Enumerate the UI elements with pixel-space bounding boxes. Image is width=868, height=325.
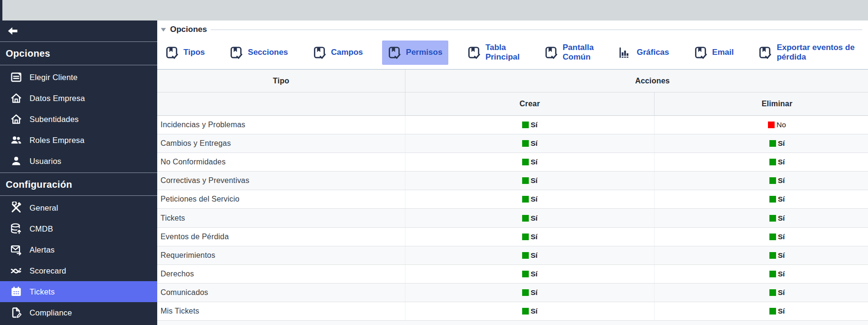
sidebar-item-label: Tickets — [30, 287, 55, 296]
sidebar-item-scorecard[interactable]: Scorecard — [0, 260, 157, 281]
tab-tipos[interactable]: Tipos — [160, 41, 211, 65]
row-tipo-cell: Derechos — [157, 265, 405, 283]
sidebar-item-roles-empresa[interactable]: Roles Empresa — [0, 130, 157, 151]
permission-crear-cell[interactable]: Sí — [405, 302, 654, 320]
tab-label: Tipos — [183, 48, 205, 57]
permission-eliminar-cell[interactable]: Sí — [654, 228, 868, 246]
permission-crear-cell[interactable]: Sí — [405, 172, 654, 190]
table-row: No ConformidadesSíSí — [157, 153, 868, 172]
permission-crear-cell[interactable]: Sí — [405, 284, 654, 302]
home-icon — [10, 113, 22, 125]
permission-eliminar-cell[interactable]: Sí — [654, 134, 868, 152]
permission-crear-cell[interactable]: Sí — [405, 190, 654, 208]
permission-value: Sí — [531, 251, 538, 260]
tab-secciones[interactable]: Secciones — [224, 41, 293, 65]
row-tipo-cell: Comunicados — [157, 284, 405, 302]
sidebar-item-elegir-cliente[interactable]: Elegir Cliente — [0, 67, 157, 88]
permission-eliminar-cell[interactable]: Sí — [654, 246, 868, 264]
bar-chart-icon — [618, 46, 631, 60]
tab-exportar-eventos-de-perdida[interactable]: Exportar eventos de pérdida — [753, 38, 860, 67]
tab-label: Gráficas — [636, 48, 669, 57]
tab-graficas[interactable]: Gráficas — [613, 41, 675, 65]
permission-eliminar-cell[interactable]: Sí — [654, 172, 868, 190]
permission-eliminar-cell[interactable]: Sí — [654, 302, 868, 320]
permission-crear-cell[interactable]: Sí — [405, 153, 654, 171]
yes-indicator — [769, 177, 776, 184]
tab-permisos[interactable]: Permisos — [382, 41, 448, 65]
yes-indicator — [769, 289, 776, 296]
sidebar-item-label: Alertas — [30, 245, 55, 254]
yes-indicator — [522, 289, 529, 296]
table-header-acciones: Acciones — [405, 70, 868, 92]
back-arrow-icon[interactable] — [6, 26, 19, 36]
bookmark-check-icon — [313, 46, 326, 60]
permission-crear-cell[interactable]: Sí — [405, 246, 654, 264]
permission-eliminar-cell[interactable]: Sí — [654, 153, 868, 171]
table-header-empty — [157, 92, 405, 115]
yes-indicator — [522, 140, 529, 147]
yes-indicator — [769, 196, 776, 203]
permission-eliminar-cell[interactable]: Sí — [654, 265, 868, 283]
sidebar-section-title: Configuración — [0, 173, 157, 196]
sidebar-item-label: Roles Empresa — [30, 136, 84, 145]
permission-value: Sí — [531, 270, 538, 278]
bookmark-check-icon — [230, 46, 242, 60]
people-icon — [10, 134, 22, 146]
row-tipo-cell: Requerimientos — [157, 246, 405, 264]
tab-email[interactable]: Email — [688, 41, 739, 65]
document-edit-icon — [10, 306, 22, 319]
row-tipo-cell: Eventos de Pérdida — [157, 228, 405, 246]
sidebar-item-alertas[interactable]: Alertas — [0, 239, 157, 260]
sidebar-item-usuarios[interactable]: Usuarios — [0, 151, 157, 172]
no-indicator — [768, 122, 775, 128]
bookmark-check-icon — [388, 46, 401, 60]
permission-value: Sí — [531, 233, 538, 241]
person-icon — [10, 155, 22, 167]
yes-indicator — [769, 159, 776, 165]
sidebar-item-datos-empresa[interactable]: Datos Empresa — [0, 88, 157, 109]
sidebar-item-label: Usuarios — [30, 157, 61, 166]
yes-indicator — [522, 252, 529, 259]
tab-tabla-principal[interactable]: Tabla Principal — [462, 38, 525, 67]
permission-crear-cell[interactable]: Sí — [405, 134, 654, 152]
table-header-crear: Crear — [405, 92, 654, 115]
permission-eliminar-cell[interactable]: Sí — [654, 209, 868, 227]
sidebar-item-tickets[interactable]: Tickets — [0, 281, 157, 302]
tab-label: Secciones — [248, 48, 288, 57]
yes-indicator — [769, 234, 776, 240]
yes-indicator — [522, 271, 529, 277]
sidebar-item-label: Datos Empresa — [30, 94, 85, 103]
tab-campos[interactable]: Campos — [307, 41, 369, 65]
sidebar-item-label: Elegir Cliente — [30, 73, 78, 82]
permission-value: Sí — [778, 214, 785, 223]
permission-crear-cell[interactable]: Sí — [405, 116, 654, 134]
sidebar-item-subentidades[interactable]: Subentidades — [0, 109, 157, 130]
permission-value: Sí — [531, 139, 538, 148]
tab-pantalla-comun[interactable]: Pantalla Común — [539, 38, 599, 67]
tab-label: Tabla Principal — [485, 43, 520, 62]
home-icon — [10, 92, 22, 104]
database-icon — [10, 223, 22, 235]
collapse-triangle-icon[interactable] — [161, 28, 166, 32]
tab-label: Pantalla Común — [563, 43, 594, 62]
table-header-eliminar: Eliminar — [654, 92, 868, 115]
permission-value: No — [777, 121, 786, 129]
row-tipo-cell: Tickets — [157, 209, 405, 227]
yes-indicator — [522, 308, 529, 315]
table-row: ComunicadosSíSí — [157, 284, 868, 302]
yes-indicator — [769, 215, 776, 222]
bookmark-check-icon — [694, 46, 707, 60]
permission-eliminar-cell[interactable]: No — [654, 116, 868, 134]
main-panel: Opciones TiposSeccionesCamposPermisosTab… — [157, 20, 868, 325]
permission-eliminar-cell[interactable]: Sí — [654, 284, 868, 302]
table-row: Incidencias y ProblemasSíNo — [157, 116, 868, 134]
sidebar-item-cmdb[interactable]: CMDB — [0, 218, 157, 239]
permission-eliminar-cell[interactable]: Sí — [654, 190, 868, 208]
sidebar-item-compliance[interactable]: Compliance — [0, 302, 157, 323]
permission-crear-cell[interactable]: Sí — [405, 228, 654, 246]
sidebar-item-list: GeneralCMDBAlertasScorecardTicketsCompli… — [0, 196, 157, 324]
sidebar-item-general[interactable]: General — [0, 197, 157, 218]
permission-crear-cell[interactable]: Sí — [405, 265, 654, 283]
permission-crear-cell[interactable]: Sí — [405, 209, 654, 227]
table-row: Cambios y EntregasSíSí — [157, 134, 868, 153]
